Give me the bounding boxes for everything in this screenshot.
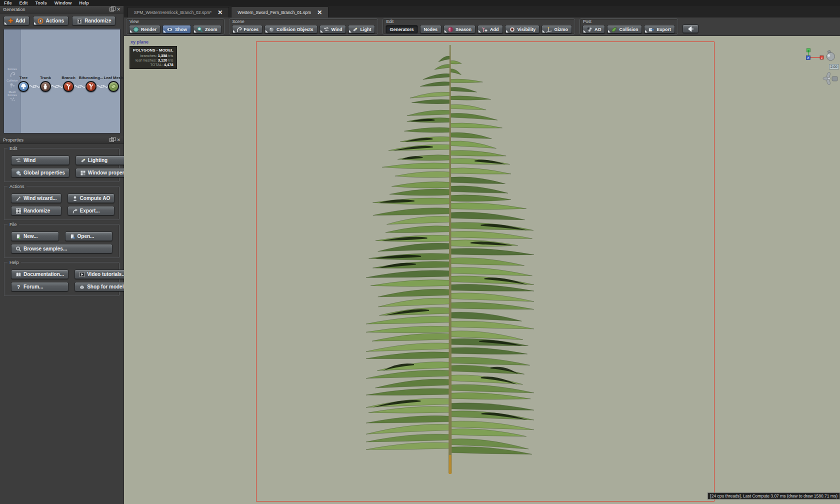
actions-circle-icon bbox=[38, 18, 44, 24]
book-icon bbox=[16, 272, 22, 278]
close-panel-icon[interactable]: ✕ bbox=[116, 8, 120, 12]
play-video-icon bbox=[79, 272, 85, 278]
wind-button[interactable]: Wind bbox=[11, 156, 70, 165]
collision-objects-button[interactable]: Collision Objects bbox=[264, 25, 318, 34]
season-icon bbox=[448, 26, 454, 32]
forum-button[interactable]: ? Forum... bbox=[11, 282, 68, 292]
3d-viewport[interactable]: xy plane POLYGONS - MODEL branches: 1,35… bbox=[124, 36, 840, 504]
wind-icon bbox=[324, 26, 330, 32]
menu-window[interactable]: Window bbox=[54, 0, 72, 6]
wind-icon bbox=[16, 158, 22, 164]
plus-icon bbox=[8, 18, 14, 24]
ao-button[interactable]: AO bbox=[582, 25, 606, 34]
menu-file[interactable]: File bbox=[4, 0, 12, 6]
generation-panel-title: Generation bbox=[3, 7, 26, 12]
nodes-button[interactable]: Nodes bbox=[420, 25, 442, 34]
main-area: SPM_WesternHemlock_Branch_02.spm* ✕ West… bbox=[124, 6, 840, 504]
ambient-occlusion-icon bbox=[72, 196, 78, 202]
light-bulb-widget[interactable] bbox=[824, 49, 837, 63]
back-button[interactable] bbox=[682, 24, 698, 33]
node-leaf-mesh[interactable] bbox=[108, 81, 119, 92]
float-panel-icon[interactable] bbox=[110, 138, 114, 142]
question-icon: ? bbox=[16, 284, 22, 290]
magnifier-icon bbox=[16, 246, 22, 252]
visibility-eye-icon bbox=[509, 26, 516, 32]
node-graph-canvas[interactable]: Forces Collision Mesh Forces bbox=[4, 28, 120, 134]
grid-dice-icon bbox=[16, 208, 22, 214]
compute-ao-button[interactable]: Compute AO bbox=[68, 194, 115, 203]
float-panel-icon[interactable] bbox=[110, 8, 114, 12]
box-icon bbox=[79, 284, 85, 290]
randomize-action-button[interactable]: Randomize bbox=[11, 206, 62, 216]
svg-text:x: x bbox=[821, 56, 822, 60]
polygon-stats-row: TOTAL: 4,478 bbox=[133, 62, 174, 67]
close-tab-icon[interactable]: ✕ bbox=[218, 10, 222, 15]
svg-text:?: ? bbox=[17, 284, 20, 290]
generation-toolbar: Add Actions Randomize bbox=[0, 14, 124, 28]
dice-icon bbox=[76, 18, 82, 24]
tab-western-hemlock[interactable]: SPM_WesternHemlock_Branch_02.spm* ✕ bbox=[128, 7, 229, 18]
new-file-button[interactable]: New... bbox=[11, 232, 59, 241]
add-generator-button[interactable]: Add bbox=[4, 16, 30, 26]
close-tab-icon[interactable]: ✕ bbox=[317, 10, 322, 15]
post-group: Post AO Collision Export bbox=[580, 18, 678, 34]
generation-panel: Generation ✕ Add Actions Randomize bbox=[0, 6, 124, 28]
globe-icon bbox=[16, 170, 22, 176]
menu-edit[interactable]: Edit bbox=[20, 0, 28, 6]
bifurcating-branch-icon bbox=[88, 83, 94, 90]
trunk-icon bbox=[42, 83, 49, 90]
tab-western-sword-fern[interactable]: Western_Sword_Fern_Branch_01.spm ✕ bbox=[231, 6, 328, 18]
open-document-icon bbox=[70, 234, 76, 240]
axis-gizmo[interactable]: y x z bbox=[803, 48, 825, 64]
add-node-button[interactable]: Add bbox=[478, 25, 503, 34]
force-curve-icon bbox=[236, 26, 242, 32]
open-file-button[interactable]: Open... bbox=[65, 232, 113, 241]
actions-group: Actions Wind wizard... Compute AO Random… bbox=[4, 186, 120, 220]
edit-group-toolbar: Edit Generators Nodes Season Add Visibil… bbox=[382, 18, 574, 34]
light-button[interactable]: Light bbox=[348, 25, 375, 34]
wind-wizard-button[interactable]: Wind wizard... bbox=[11, 194, 62, 203]
tree-icon bbox=[20, 83, 27, 90]
export-arrow-icon bbox=[72, 208, 78, 214]
view-group: View Render Show Zoom bbox=[126, 18, 224, 34]
node-tree[interactable] bbox=[18, 81, 29, 92]
zoom-button[interactable]: Zoom bbox=[193, 25, 222, 34]
window-grid-icon bbox=[80, 170, 86, 176]
menu-help[interactable]: Help bbox=[79, 0, 89, 6]
eye-icon bbox=[166, 26, 173, 32]
main-toolbar: View Render Show Zoom Scene Forces bbox=[124, 18, 840, 36]
export-icon bbox=[648, 26, 654, 32]
export-action-button[interactable]: Export... bbox=[68, 206, 115, 216]
menu-tools[interactable]: Tools bbox=[36, 0, 47, 6]
node-branch[interactable] bbox=[63, 81, 74, 92]
global-properties-button[interactable]: Global properties bbox=[11, 168, 70, 178]
leaf-icon bbox=[611, 26, 617, 32]
polygon-stats-title: POLYGONS - MODEL bbox=[133, 48, 174, 52]
node-bifurcating[interactable] bbox=[86, 81, 96, 92]
wind-fan-widget[interactable] bbox=[822, 72, 839, 85]
browse-samples-button[interactable]: Browse samples... bbox=[11, 244, 112, 254]
randomize-button[interactable]: Randomize bbox=[72, 16, 116, 26]
collision-post-button[interactable]: Collision bbox=[607, 25, 642, 34]
export-post-button[interactable]: Export bbox=[644, 25, 675, 34]
gizmo-button[interactable]: Gizmo bbox=[542, 25, 572, 34]
wind-scene-button[interactable]: Wind bbox=[320, 25, 346, 34]
visibility-button[interactable]: Visibility bbox=[505, 25, 540, 34]
node-trunk[interactable] bbox=[40, 81, 51, 92]
forces-button[interactable]: Forces bbox=[232, 25, 263, 34]
gizmo-axes-icon bbox=[546, 26, 552, 32]
menu-bar: File Edit Tools Window Help bbox=[0, 0, 840, 6]
add-branch-icon bbox=[482, 26, 488, 32]
season-button[interactable]: Season bbox=[444, 25, 476, 34]
edit-group: Edit Wind Lighting Global properties Win… bbox=[4, 148, 120, 182]
scene-group: Scene Forces Collision Objects Wind Ligh… bbox=[229, 18, 378, 34]
generators-button[interactable]: Generators bbox=[386, 25, 418, 34]
documentation-button[interactable]: Documentation... bbox=[11, 270, 68, 279]
render-button[interactable]: Render bbox=[129, 25, 160, 34]
show-button[interactable]: Show bbox=[162, 25, 191, 34]
close-panel-icon[interactable]: ✕ bbox=[116, 138, 120, 142]
sphere-icon bbox=[268, 26, 274, 32]
light-intensity-value[interactable]: 2.00 bbox=[829, 64, 839, 70]
compute-status-readout: [24 cpu threads], Last Compute 3.07 ms (… bbox=[708, 492, 840, 500]
actions-button[interactable]: Actions bbox=[33, 16, 68, 26]
